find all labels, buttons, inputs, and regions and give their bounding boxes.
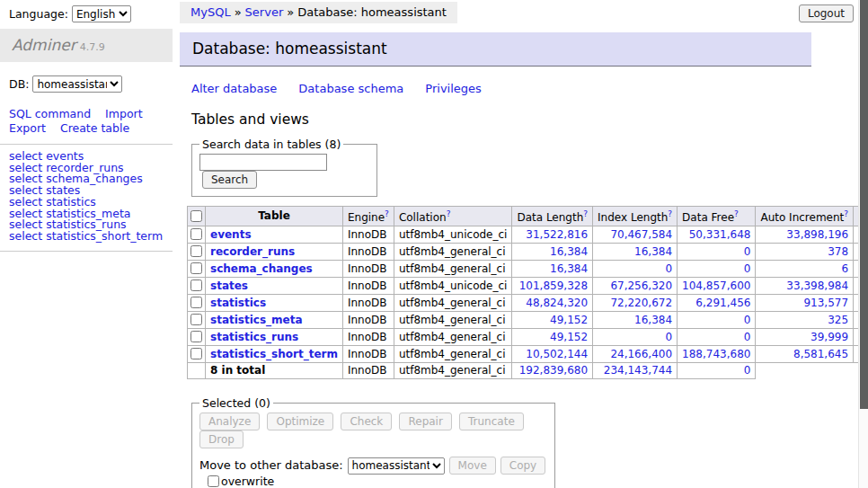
- adminer-logo-text: Adminer: [12, 36, 76, 54]
- column-header-engine: Engine?: [342, 207, 394, 226]
- row-select-checkbox[interactable]: [190, 348, 202, 359]
- overwrite-checkbox[interactable]: [208, 475, 219, 487]
- table-name-link[interactable]: events: [210, 228, 252, 241]
- data-free-cell: 50,331,648: [678, 226, 756, 244]
- auto-increment-cell: 8,581,645: [756, 346, 854, 363]
- table-name-link[interactable]: statistics: [210, 297, 266, 309]
- column-header-index-length: Index Length?: [593, 207, 678, 226]
- move-database-select[interactable]: homeassistant: [348, 457, 445, 475]
- main-content: MySQL»Server»Database: homeassistant Dat…: [180, 0, 819, 488]
- logout-button[interactable]: Logout: [799, 4, 854, 22]
- adminer-logo: Adminer4.7.9: [0, 29, 173, 62]
- vertical-scrollbar[interactable]: [858, 0, 868, 488]
- index-length-cell: 67,256,320: [593, 278, 678, 295]
- table-name-link[interactable]: statistics_meta: [210, 314, 303, 326]
- table-name-link[interactable]: recorder_runs: [210, 245, 295, 258]
- db-select[interactable]: homeassistant: [32, 75, 122, 93]
- data-free-cell: 188,743,680: [678, 346, 756, 363]
- column-header-data-length: Data Length?: [512, 207, 593, 226]
- selected-buttons: Analyze Optimize Check Repair Truncate D…: [199, 413, 547, 448]
- table-name-link[interactable]: statistics_short_term: [210, 348, 338, 360]
- drop-button[interactable]: Drop: [199, 430, 244, 448]
- row-select-checkbox[interactable]: [190, 279, 202, 291]
- database-action-links: Alter databaseDatabase schemaPrivileges: [191, 82, 819, 95]
- auto-increment-cell: 33,898,196: [756, 226, 854, 244]
- alter-database-link[interactable]: Alter database: [191, 82, 277, 95]
- index-length-cell: 16,384: [593, 312, 678, 329]
- engine-cell: InnoDB: [342, 295, 394, 312]
- move-button[interactable]: Move: [449, 457, 496, 475]
- table-name-link[interactable]: statistics_runs: [210, 331, 298, 343]
- optimize-button[interactable]: Optimize: [267, 413, 333, 430]
- table-name-cell: statistics_runs: [206, 329, 343, 346]
- table-row: statistics_runsInnoDButf8mb4_general_ci4…: [188, 329, 868, 346]
- create-table-side-link[interactable]: Create table: [60, 121, 129, 135]
- analyze-button[interactable]: Analyze: [199, 413, 260, 430]
- total-data-free: 0: [678, 363, 756, 379]
- export-link[interactable]: Export: [9, 121, 46, 135]
- row-select-checkbox[interactable]: [190, 314, 202, 325]
- row-select-cell: [188, 346, 206, 363]
- sidebar-table-link[interactable]: statistics_short_term: [46, 229, 163, 243]
- column-header-table: Table: [206, 207, 343, 226]
- index-length-cell: 72,220,672: [593, 295, 678, 312]
- table-header-row: Table Engine? Collation? Data Length? In…: [188, 207, 868, 226]
- engine-help-icon[interactable]: ?: [385, 209, 389, 218]
- language-select[interactable]: English: [72, 5, 131, 22]
- total-engine: InnoDB: [342, 363, 394, 379]
- sidebar-table-item: select statistics_short_term: [9, 231, 173, 243]
- import-link[interactable]: Import: [105, 107, 143, 120]
- db-label: DB:: [9, 77, 29, 91]
- sql-command-link[interactable]: SQL command: [9, 107, 91, 120]
- index-length-help-icon[interactable]: ?: [668, 209, 672, 218]
- table-name-cell: statistics: [206, 295, 343, 312]
- database-schema-link[interactable]: Database schema: [298, 82, 403, 95]
- truncate-button[interactable]: Truncate: [459, 413, 524, 430]
- row-select-checkbox[interactable]: [190, 331, 202, 342]
- data-length-cell: 31,522,816: [512, 226, 593, 244]
- auto-increment-help-icon[interactable]: ?: [844, 209, 848, 218]
- row-select-checkbox[interactable]: [190, 262, 202, 274]
- sidebar-select-link[interactable]: select: [9, 229, 42, 243]
- collation-cell: utf8mb4_unicode_ci: [394, 278, 512, 295]
- privileges-link[interactable]: Privileges: [425, 82, 482, 95]
- data-free-help-icon[interactable]: ?: [734, 209, 739, 218]
- collation-help-icon[interactable]: ?: [447, 209, 451, 218]
- data-length-help-icon[interactable]: ?: [583, 209, 588, 218]
- table-name-cell: statistics_short_term: [206, 346, 343, 363]
- copy-button[interactable]: Copy: [500, 457, 545, 475]
- row-select-checkbox[interactable]: [190, 297, 202, 308]
- engine-cell: InnoDB: [342, 278, 394, 295]
- collation-cell: utf8mb4_general_ci: [394, 329, 512, 346]
- breadcrumb: MySQL»Server»Database: homeassistant: [180, 2, 457, 23]
- table-row: statistics_short_termInnoDButf8mb4_gener…: [188, 346, 868, 363]
- index-length-cell: 24,166,400: [593, 346, 678, 363]
- row-select-cell: [188, 312, 206, 329]
- sidebar-divider-bottom: [0, 251, 173, 252]
- data-length-cell: 49,152: [512, 329, 593, 346]
- index-length-cell: 70,467,584: [593, 226, 678, 244]
- table-row: eventsInnoDButf8mb4_unicode_ci31,522,816…: [188, 226, 868, 244]
- table-name-cell: states: [206, 278, 343, 295]
- check-button[interactable]: Check: [341, 413, 392, 430]
- row-select-cell: [188, 295, 206, 312]
- scrollbar-thumb[interactable]: [860, 0, 868, 409]
- collation-cell: utf8mb4_unicode_ci: [394, 226, 512, 244]
- row-select-checkbox[interactable]: [190, 228, 202, 240]
- data-free-cell: 0: [678, 261, 756, 278]
- select-all-checkbox[interactable]: [190, 210, 202, 222]
- breadcrumb-mysql-link[interactable]: MySQL: [190, 5, 231, 19]
- repair-button[interactable]: Repair: [399, 413, 451, 430]
- search-fieldset: Search data in tables (8) Search: [191, 138, 377, 197]
- table-name-link[interactable]: states: [210, 279, 248, 292]
- breadcrumb-server-link[interactable]: Server: [245, 5, 284, 19]
- engine-cell: InnoDB: [342, 261, 394, 278]
- table-name-link[interactable]: schema_changes: [210, 262, 313, 275]
- sidebar-links: SQL commandImport ExportCreate table: [9, 107, 173, 136]
- data-free-cell: 104,857,600: [678, 278, 756, 295]
- search-input[interactable]: [199, 154, 327, 171]
- tables-table: Table Engine? Collation? Data Length? In…: [187, 206, 868, 379]
- table-row: recorder_runsInnoDButf8mb4_general_ci16,…: [188, 244, 868, 261]
- row-select-checkbox[interactable]: [190, 245, 202, 257]
- search-button[interactable]: Search: [202, 171, 257, 189]
